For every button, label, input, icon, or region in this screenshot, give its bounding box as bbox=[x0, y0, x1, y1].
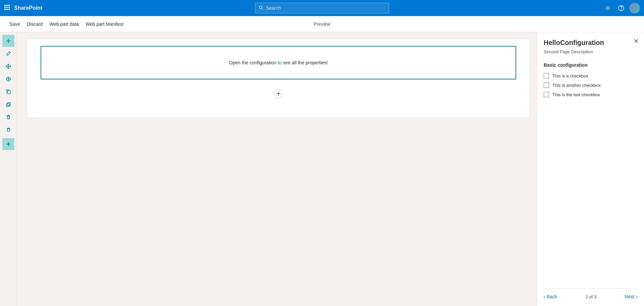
help-icon[interactable] bbox=[616, 3, 627, 13]
panel-footer: ‹ Back 2 of 3 Next › bbox=[544, 288, 637, 299]
main-layout: Open the configuration to see all the pr… bbox=[0, 32, 644, 306]
svg-rect-7 bbox=[6, 9, 8, 10]
checkbox-3[interactable] bbox=[544, 92, 549, 97]
grid-icon[interactable] bbox=[4, 4, 10, 12]
back-label: Back bbox=[547, 294, 557, 299]
left-sidebar bbox=[0, 32, 17, 306]
svg-rect-6 bbox=[4, 9, 6, 10]
empty-section bbox=[27, 101, 530, 118]
nav-logo: SharePoint bbox=[14, 5, 42, 11]
canvas-section: Open the configuration to see all the pr… bbox=[23, 39, 530, 118]
duplicate-button[interactable] bbox=[2, 99, 14, 111]
svg-point-9 bbox=[259, 6, 262, 9]
move-button[interactable] bbox=[2, 60, 14, 72]
svg-rect-4 bbox=[6, 7, 8, 8]
edit-webpart-button[interactable] bbox=[2, 48, 14, 60]
panel-subtitle: Second Page Description bbox=[544, 49, 637, 54]
checkbox-item-1: This is a checkbox bbox=[544, 73, 637, 78]
back-chevron-icon: ‹ bbox=[544, 294, 545, 299]
right-panel: ✕ HelloConfiguration Second Page Descrip… bbox=[537, 32, 644, 306]
panel-title: HelloConfiguration bbox=[544, 39, 637, 47]
svg-rect-1 bbox=[6, 5, 8, 6]
checkbox-label-3: This is the last checkbox bbox=[552, 92, 600, 97]
add-section-top-button[interactable] bbox=[2, 35, 14, 47]
drag-button[interactable] bbox=[2, 73, 14, 85]
discard-button[interactable]: Discard bbox=[24, 19, 45, 29]
svg-point-13 bbox=[621, 9, 622, 10]
preview-label: Preview bbox=[314, 21, 330, 27]
checkbox-2[interactable] bbox=[544, 82, 549, 88]
checkbox-item-2: This is another checkbox bbox=[544, 82, 637, 88]
panel-section-title: Basic configuration bbox=[544, 62, 637, 68]
webpart-message: Open the configuration to see all the pr… bbox=[229, 60, 328, 65]
search-icon bbox=[259, 5, 263, 11]
nav-right-icons bbox=[602, 3, 640, 13]
checkbox-label-2: This is another checkbox bbox=[552, 83, 601, 88]
top-navigation: SharePoint bbox=[0, 0, 644, 16]
webpart-manifest-button[interactable]: Web part Manifest bbox=[83, 19, 126, 29]
copy-button[interactable] bbox=[2, 86, 14, 98]
webpart-content: Open the configuration to see all the pr… bbox=[41, 46, 516, 79]
delete-webpart-button[interactable] bbox=[2, 124, 14, 136]
search-bar[interactable] bbox=[255, 3, 389, 13]
svg-rect-0 bbox=[4, 5, 6, 6]
svg-point-11 bbox=[607, 7, 609, 9]
section-block: Open the configuration to see all the pr… bbox=[27, 39, 530, 118]
svg-rect-20 bbox=[6, 104, 9, 107]
delete-section-button[interactable] bbox=[2, 111, 14, 123]
svg-line-10 bbox=[262, 8, 263, 10]
add-section-divider bbox=[27, 86, 530, 101]
svg-rect-19 bbox=[7, 91, 10, 94]
add-webpart-button[interactable] bbox=[274, 89, 283, 98]
page-indicator: 2 of 3 bbox=[585, 294, 596, 299]
checkbox-label-1: This is a checkbox bbox=[552, 73, 588, 78]
avatar[interactable] bbox=[629, 3, 640, 13]
settings-icon[interactable] bbox=[602, 3, 613, 13]
back-button[interactable]: ‹ Back bbox=[544, 294, 557, 299]
checkbox-item-3: This is the last checkbox bbox=[544, 92, 637, 97]
save-button[interactable]: Save bbox=[7, 19, 23, 29]
next-label: Next bbox=[625, 294, 635, 299]
toolbar: Save Discard Web part data Web part Mani… bbox=[0, 16, 644, 32]
svg-rect-21 bbox=[7, 103, 10, 106]
next-button[interactable]: Next › bbox=[625, 294, 637, 299]
svg-rect-3 bbox=[4, 7, 6, 8]
close-panel-button[interactable]: ✕ bbox=[634, 38, 639, 45]
webpart-data-button[interactable]: Web part data bbox=[47, 19, 82, 29]
next-chevron-icon: › bbox=[636, 294, 637, 299]
search-input[interactable] bbox=[266, 5, 385, 11]
svg-rect-2 bbox=[8, 5, 10, 6]
svg-rect-8 bbox=[8, 9, 10, 10]
checkbox-1[interactable] bbox=[544, 73, 549, 78]
svg-rect-5 bbox=[8, 7, 10, 8]
add-section-bottom-button[interactable] bbox=[2, 138, 14, 150]
canvas-area: Open the configuration to see all the pr… bbox=[17, 32, 537, 306]
